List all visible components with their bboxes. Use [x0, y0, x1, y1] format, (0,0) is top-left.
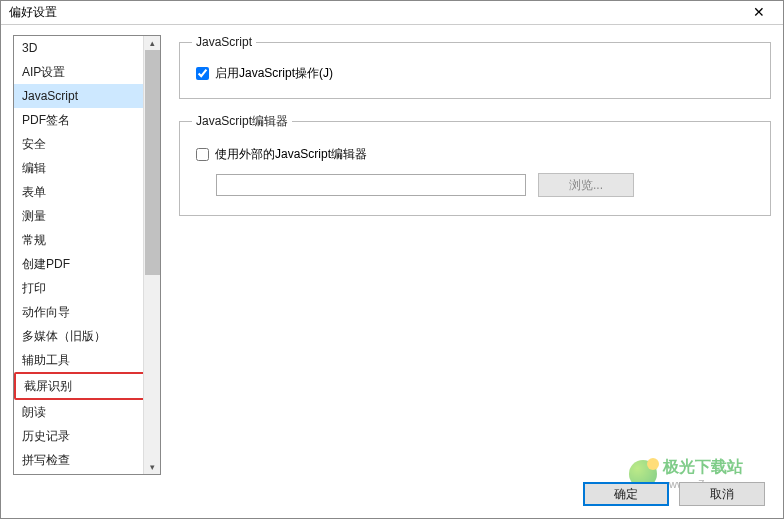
sidebar-item[interactable]: 朗读: [14, 400, 160, 424]
sidebar-item[interactable]: 3D: [14, 36, 160, 60]
sidebar-item[interactable]: JavaScript: [14, 84, 160, 108]
window-title: 偏好设置: [5, 4, 739, 21]
titlebar: 偏好设置 ✕: [1, 1, 783, 25]
sidebar-item[interactable]: 辅助工具: [14, 348, 160, 372]
sidebar: 3DAIP设置JavaScriptPDF签名安全编辑表单测量常规创建PDF打印动…: [13, 35, 161, 475]
enable-js-checkbox[interactable]: [196, 67, 209, 80]
editor-path-row: 浏览...: [216, 173, 758, 197]
enable-js-row[interactable]: 启用JavaScript操作(J): [196, 65, 758, 82]
sidebar-item[interactable]: 多媒体（旧版）: [14, 324, 160, 348]
editor-path-input[interactable]: [216, 174, 526, 196]
external-editor-row[interactable]: 使用外部的JavaScript编辑器: [196, 146, 758, 163]
external-editor-label: 使用外部的JavaScript编辑器: [215, 146, 367, 163]
editor-group: JavaScript编辑器 使用外部的JavaScript编辑器 浏览...: [179, 113, 771, 216]
sidebar-item[interactable]: 测量: [14, 204, 160, 228]
sidebar-list[interactable]: 3DAIP设置JavaScriptPDF签名安全编辑表单测量常规创建PDF打印动…: [14, 36, 160, 474]
javascript-group-legend: JavaScript: [192, 35, 256, 49]
scroll-up-button[interactable]: ▴: [144, 36, 160, 50]
sidebar-item[interactable]: 历史记录: [14, 424, 160, 448]
sidebar-item[interactable]: 平板: [14, 472, 160, 474]
sidebar-item[interactable]: 打印: [14, 276, 160, 300]
editor-group-legend: JavaScript编辑器: [192, 113, 292, 130]
external-editor-checkbox[interactable]: [196, 148, 209, 161]
scroll-down-button[interactable]: ▾: [144, 460, 160, 474]
cancel-button[interactable]: 取消: [679, 482, 765, 506]
sidebar-item[interactable]: 动作向导: [14, 300, 160, 324]
sidebar-item[interactable]: AIP设置: [14, 60, 160, 84]
scroll-thumb[interactable]: [145, 50, 160, 275]
dialog-body: 3DAIP设置JavaScriptPDF签名安全编辑表单测量常规创建PDF打印动…: [1, 25, 783, 479]
browse-button[interactable]: 浏览...: [538, 173, 634, 197]
sidebar-item[interactable]: 安全: [14, 132, 160, 156]
sidebar-item[interactable]: PDF签名: [14, 108, 160, 132]
enable-js-label: 启用JavaScript操作(J): [215, 65, 333, 82]
sidebar-item[interactable]: 常规: [14, 228, 160, 252]
sidebar-scrollbar[interactable]: ▴ ▾: [143, 36, 160, 474]
sidebar-item[interactable]: 截屏识别: [14, 372, 160, 400]
sidebar-item[interactable]: 表单: [14, 180, 160, 204]
javascript-group: JavaScript 启用JavaScript操作(J): [179, 35, 771, 99]
sidebar-item[interactable]: 编辑: [14, 156, 160, 180]
sidebar-item[interactable]: 拼写检查: [14, 448, 160, 472]
content-panel: JavaScript 启用JavaScript操作(J) JavaScript编…: [179, 35, 771, 479]
footer: 确定 取消: [583, 482, 765, 506]
sidebar-item[interactable]: 创建PDF: [14, 252, 160, 276]
close-button[interactable]: ✕: [739, 2, 779, 24]
ok-button[interactable]: 确定: [583, 482, 669, 506]
